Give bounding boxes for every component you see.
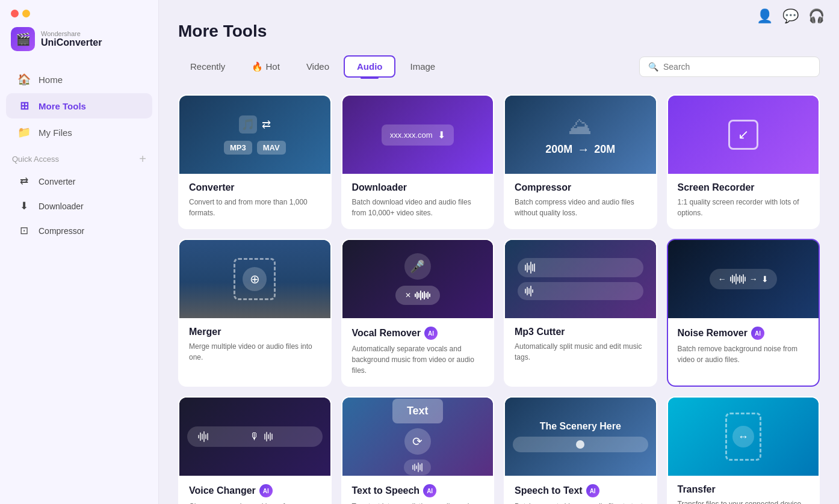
tab-hot[interactable]: 🔥 Hot (240, 57, 292, 77)
profile-icon[interactable]: 👤 (757, 8, 773, 24)
search-icon: 🔍 (648, 62, 658, 72)
noise-ai-badge: AI (751, 327, 764, 340)
more-tools-icon: ⊞ (17, 99, 31, 112)
quick-access-label: Quick Access (12, 155, 59, 164)
mp3-badge: MP3 (224, 141, 252, 155)
tool-card-screen-recorder[interactable]: ↙ Screen Recorder 1:1 quality screen rec… (667, 94, 820, 229)
noise-title: Noise Remover AI (678, 327, 810, 340)
mav-badge: MAV (257, 141, 286, 155)
vocal-card-body: Vocal Remover AI Automatically separate … (342, 318, 494, 386)
downloader-title: Downloader (352, 182, 484, 193)
search-input[interactable] (663, 62, 811, 72)
converter-card-body: Converter Convert to and from more than … (179, 174, 330, 228)
transfer-card-body: Transfer Transfer files to your connecte… (668, 476, 819, 504)
waveform-control: ✕ (395, 286, 440, 305)
compressor-label: Compressor (39, 226, 84, 236)
tool-card-mp3-cutter[interactable]: Mp3 Cutter Automatically split music and… (504, 239, 657, 387)
tab-video[interactable]: Video (294, 57, 341, 76)
voice-card-body: Voice Changer AI Change your voice and h… (179, 476, 330, 504)
tool-card-vocal-remover[interactable]: 🎤 ✕ (341, 239, 495, 387)
traffic-lights (0, 0, 158, 23)
logo-area: 🎬 Wondershare UniConverter (0, 23, 158, 63)
compressor-title: Compressor (515, 182, 646, 193)
tts-ai-badge: AI (423, 484, 436, 497)
stt-ai-badge: AI (586, 484, 599, 497)
my-files-label: My Files (39, 128, 72, 138)
sidebar-item-my-files[interactable]: 📁 My Files (6, 120, 152, 145)
stt-desc: Batch convert video or audio files to te… (515, 501, 646, 504)
app-name-label: UniConverter (41, 37, 102, 48)
noise-thumbnail: ← → ⬇ (668, 240, 819, 318)
compressor-thumbnail: ⛰ 200M → 20M (505, 96, 656, 174)
voice-ai-badge: AI (259, 484, 273, 497)
sidebar-item-more-tools[interactable]: ⊞ More Tools (6, 93, 152, 118)
tts-thumbnail: Text ⟳ (342, 398, 494, 476)
downloader-label: Downloader (39, 201, 84, 211)
downloader-card-body: Downloader Batch download video and audi… (342, 174, 494, 228)
downloader-desc: Batch download video and audio files fro… (352, 197, 484, 218)
noise-card-body: Noise Remover AI Batch remove background… (668, 318, 819, 375)
transfer-title: Transfer (678, 484, 810, 495)
tool-card-compressor[interactable]: ⛰ 200M → 20M Compressor Batch compress v… (504, 94, 657, 229)
cutter-title: Mp3 Cutter (515, 327, 646, 337)
tabs-bar: Recently 🔥 Hot Video Audio Image 🔍 (178, 55, 820, 78)
transfer-thumbnail: ↔ (668, 398, 819, 476)
brand-label: Wondershare (41, 30, 102, 37)
headphone-icon[interactable]: 🎧 (808, 8, 825, 24)
voice-title: Voice Changer AI (189, 484, 321, 497)
tool-card-text-to-speech[interactable]: Text ⟳ Text to Speech AI (341, 396, 495, 504)
chat-icon[interactable]: 💬 (782, 8, 799, 24)
vocal-thumbnail: 🎤 ✕ (342, 240, 494, 318)
merger-title: Merger (189, 327, 321, 337)
tts-text-display: Text (392, 399, 443, 423)
vocal-desc: Automatically separate vocals and backgr… (352, 343, 484, 376)
from-size: 200M (545, 143, 572, 156)
sidebar-item-compressor[interactable]: ⊡ Compressor (6, 219, 152, 242)
add-quick-access-button[interactable]: + (139, 152, 146, 166)
tab-audio[interactable]: Audio (344, 55, 396, 78)
recorder-thumbnail: ↙ (668, 96, 819, 174)
voice-desc: Change your voice and have fun listening… (189, 501, 321, 504)
tab-recently[interactable]: Recently (178, 57, 237, 76)
compressor-desc: Batch compress video and audio files wit… (515, 197, 646, 218)
transfer-desc: Transfer files to your connected device. (678, 499, 810, 504)
compress-sizes: 200M → 20M (545, 143, 615, 156)
close-button[interactable] (11, 10, 19, 17)
more-tools-label: More Tools (39, 101, 86, 111)
recorder-desc: 1:1 quality screen recorder with lots of… (678, 197, 810, 218)
sidebar-item-converter[interactable]: ⇄ Converter (6, 170, 152, 193)
tool-card-noise-remover[interactable]: ← → ⬇ (667, 239, 820, 387)
tool-card-voice-changer[interactable]: 🎙 Voice Changer AI (178, 396, 332, 504)
minimize-button[interactable] (22, 10, 30, 17)
recorder-title: Screen Recorder (678, 182, 810, 193)
app-icon: 🎬 (11, 27, 35, 51)
cutter-thumbnail (505, 240, 656, 318)
sidebar-item-downloader[interactable]: ⬇ Downloader (6, 194, 152, 218)
voice-thumbnail: 🎙 (179, 398, 330, 476)
tools-grid: 🎵 ⇄ MP3 MAV Converter Convert to and fro… (178, 94, 820, 504)
tab-image[interactable]: Image (398, 57, 447, 76)
home-icon: 🏠 (17, 73, 31, 86)
scenery-text: The Scenery Here (540, 421, 621, 432)
tool-card-transfer[interactable]: ↔ Transfer Transfer files to your connec… (667, 396, 820, 504)
converter-desc: Convert to and from more than 1,000 form… (189, 197, 321, 218)
tts-title: Text to Speech AI (352, 484, 484, 497)
my-files-icon: 📁 (17, 126, 31, 139)
search-bar[interactable]: 🔍 (639, 57, 820, 77)
converter-title: Converter (189, 182, 321, 193)
compressor-icon: ⊡ (17, 224, 31, 237)
recorder-card-body: Screen Recorder 1:1 quality screen recor… (668, 174, 819, 228)
sidebar-nav: 🏠 Home ⊞ More Tools 📁 My Files Quick Acc… (0, 63, 158, 504)
cutter-card-body: Mp3 Cutter Automatically split music and… (505, 318, 656, 372)
tool-card-speech-to-text[interactable]: The Scenery Here Speech to Text AI Batch… (504, 396, 657, 504)
sidebar-item-home[interactable]: 🏠 Home (6, 67, 152, 92)
tool-card-converter[interactable]: 🎵 ⇄ MP3 MAV Converter Convert to and fro… (178, 94, 332, 229)
tool-card-merger[interactable]: ⊕ Merger Merge multiple video or audio f… (178, 239, 332, 387)
url-text: xxx.xxx.com (390, 131, 433, 140)
compressor-card-body: Compressor Batch compress video and audi… (505, 174, 656, 228)
tool-card-downloader[interactable]: xxx.xxx.com ⬇ Downloader Batch download … (341, 94, 495, 229)
stt-thumbnail: The Scenery Here (505, 398, 656, 476)
home-label: Home (39, 75, 63, 85)
vocal-title: Vocal Remover AI (352, 327, 484, 340)
to-size: 20M (594, 143, 615, 156)
